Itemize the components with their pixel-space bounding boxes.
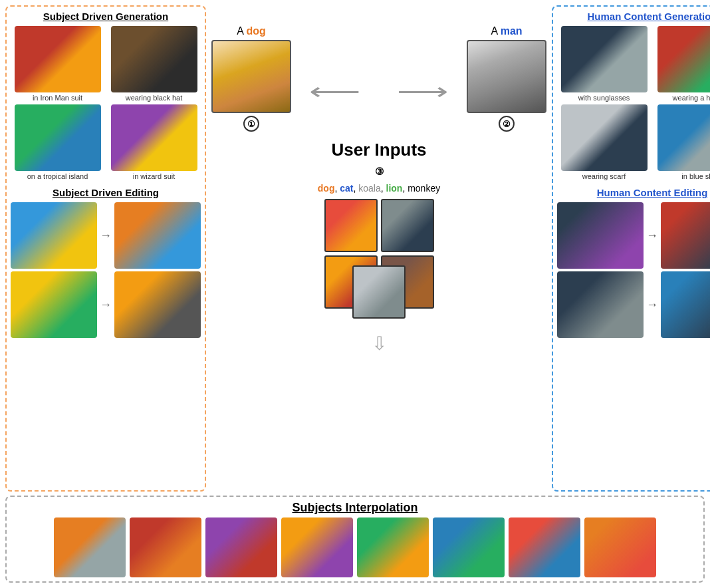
edit-before-1 [11, 271, 97, 338]
edit-after-1 [114, 271, 201, 338]
gen-img-cell-2: on a tropical island [11, 104, 104, 180]
subject-man-image [467, 40, 546, 113]
center-panel: A dog ① ⟵ ⟶ A man ② [211, 5, 546, 492]
subject-man-label: A man [491, 25, 522, 37]
multi-subject-container [324, 199, 434, 322]
gen-caption-1: wearing black hat [126, 94, 183, 102]
edit-pair-0: → [11, 202, 201, 269]
subject-man-input: A man ② [467, 25, 546, 132]
gen-img-0 [15, 26, 101, 92]
generation-grid: in Iron Man suit wearing black hat on a … [11, 26, 201, 180]
left-panel: Subject Driven Generation in Iron Man su… [5, 5, 206, 492]
tag-sep-3: , [381, 183, 386, 194]
main-layout: Subject Driven Generation in Iron Man su… [0, 0, 710, 588]
right-arrow-right-icon-1: → [646, 298, 658, 312]
right-gen-caption-2: wearing scarf [582, 172, 626, 180]
tag-dog: dog [318, 183, 335, 194]
right-gen-cell-3: in blue shirt [653, 104, 710, 180]
edit-before-0 [11, 202, 97, 269]
gen-img-3 [111, 104, 197, 171]
right-edit-pair-0: → [557, 202, 710, 269]
edit-after-0 [114, 202, 201, 269]
right-gen-caption-3: in blue shirt [681, 172, 710, 180]
bottom-panel: Subjects Interpolation [5, 496, 705, 583]
arrows-row: ⟵ ⟶ [318, 78, 440, 106]
down-arrow-icon: ⇩ [372, 333, 387, 355]
right-gen-caption-1: wearing a helmet [673, 94, 710, 102]
right-gen-img-0 [561, 26, 648, 92]
interpolation-row [54, 517, 656, 577]
gen-caption-0: in Iron Man suit [33, 94, 82, 102]
interp-img-3 [281, 517, 353, 577]
arrow-right-icon-0: → [100, 229, 112, 243]
right-edit-after-0 [661, 202, 710, 269]
gen-img-cell-0: in Iron Man suit [11, 26, 104, 102]
tag-koala: koala [358, 183, 380, 194]
subject-driven-editing-title: Subject Driven Editing [11, 187, 201, 198]
multi-img-lemur [381, 199, 434, 252]
right-gen-img-3 [657, 104, 711, 171]
tag-lion: lion [386, 183, 403, 194]
subject-man-highlight: man [501, 25, 523, 37]
subject-dog-input: A dog ① [211, 25, 291, 132]
gen-img-cell-1: wearing black hat [107, 26, 201, 102]
arrows-container: ⟵ ⟶ [318, 51, 440, 106]
subject-dog-label-a: A [237, 25, 246, 37]
human-content-editing-title: Human Content Editing [557, 187, 710, 198]
subject-man-num: ② [499, 116, 515, 132]
arrow-left-big-icon: ⟵ [309, 78, 361, 106]
right-gen-caption-0: with sunglasses [578, 94, 630, 102]
subject-dog-num: ① [243, 116, 259, 132]
interp-img-7 [584, 517, 656, 577]
interp-img-5 [433, 517, 505, 577]
subject-dog-highlight: dog [246, 25, 265, 37]
multi-img-cat [324, 199, 378, 252]
right-gen-img-1 [657, 26, 711, 92]
multi-img-koala [352, 265, 406, 319]
subject-dog-image [211, 40, 291, 113]
interp-img-1 [130, 517, 201, 577]
subject-driven-generation-title: Subject Driven Generation [11, 11, 201, 22]
gen-caption-3: in wizard suit [133, 172, 176, 180]
right-gen-img-2 [561, 104, 648, 171]
tag-cat: cat [340, 183, 353, 194]
gen-caption-2: on a tropical island [27, 172, 88, 180]
right-editing-section: → → [557, 202, 710, 338]
subjects-interpolation-title: Subjects Interpolation [292, 501, 417, 515]
interp-img-2 [205, 517, 277, 577]
user-inputs-title: User Inputs [331, 140, 426, 160]
interp-img-6 [509, 517, 580, 577]
subject-dog-label: A dog [237, 25, 266, 37]
right-arrow-right-icon-0: → [646, 229, 658, 243]
edit-pair-1: → [11, 271, 201, 338]
right-gen-cell-1: wearing a helmet [653, 26, 710, 102]
top-row: Subject Driven Generation in Iron Man su… [5, 5, 705, 492]
subject-man-label-a: A [491, 25, 500, 37]
right-edit-pair-1: → [557, 271, 710, 338]
tag-monkey: , monkey [402, 183, 440, 194]
gen-img-cell-3: in wizard suit [107, 104, 201, 180]
right-edit-after-1 [661, 271, 710, 338]
right-panel: Human Content Generation with sunglasses… [552, 5, 710, 492]
right-edit-before-1 [557, 271, 644, 338]
editing-section: → → [11, 202, 201, 338]
gen-img-2 [15, 104, 101, 171]
interp-img-0 [54, 517, 126, 577]
human-content-generation-title: Human Content Generation [557, 11, 710, 22]
right-gen-cell-2: wearing scarf [557, 104, 651, 180]
right-gen-cell-0: with sunglasses [557, 26, 651, 102]
input-subjects-row: A dog ① ⟵ ⟶ A man ② [211, 25, 546, 132]
right-edit-before-0 [557, 202, 644, 269]
subject-tags: dog, cat, koala, lion, monkey [318, 183, 440, 194]
arrow-right-icon-1: → [100, 298, 112, 312]
interp-img-4 [357, 517, 429, 577]
arrow-right-big-icon: ⟶ [397, 78, 449, 106]
right-gen-grid: with sunglasses wearing a helmet wearing… [557, 26, 710, 180]
interpolation-num: ③ [375, 166, 384, 178]
gen-img-1 [111, 26, 197, 92]
